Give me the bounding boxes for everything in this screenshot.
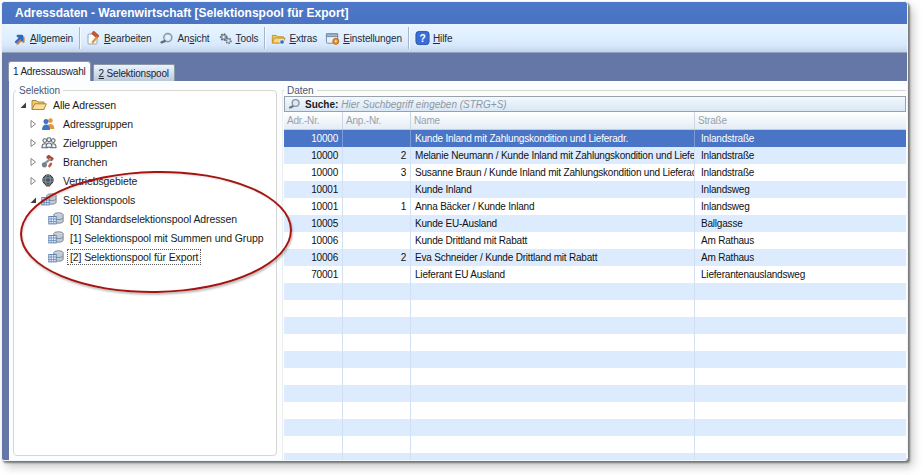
menu-item-ansicht[interactable]: Ansicht (155, 26, 213, 50)
empty-row (284, 385, 906, 402)
table-row[interactable]: 10000 Kunde Inland mit Zahlungskondition… (284, 130, 906, 147)
main-area: 1 Adressauswahl 2 Selektionspool Selekti… (2, 54, 907, 460)
column-header-1[interactable]: Anp.-Nr. (343, 112, 411, 129)
industry-icon (41, 155, 57, 169)
tab-strip: 1 Adressauswahl 2 Selektionspool (2, 54, 907, 81)
toolbar-separator (408, 27, 409, 49)
app-window: Adressdaten - Warenwirtschaft [Selektion… (1, 1, 908, 461)
empty-row (284, 334, 906, 351)
table-row[interactable]: 10006 Kunde Drittland mit Rabatt Am Rath… (284, 232, 906, 249)
magnifier-icon (159, 31, 174, 46)
search-bar[interactable]: Suche: Hier Suchbegriff eingeben (STRG+S… (284, 96, 906, 112)
table-row[interactable]: 10000 3 Susanne Braun / Kunde Inland mit… (284, 164, 906, 181)
title-bar: Adressdaten - Warenwirtschaft [Selektion… (2, 2, 907, 24)
gears-icon (218, 31, 233, 46)
menu-item-extras[interactable]: Extras (267, 26, 321, 50)
users-trio-icon (41, 136, 57, 150)
db-grid-icon (41, 193, 57, 207)
table-row[interactable]: 10000 2 Melanie Neumann / Kunde Inland m… (284, 147, 906, 164)
column-header-3[interactable]: Straße (695, 112, 906, 129)
empty-row (284, 300, 906, 317)
tree-item-zielgruppen[interactable]: Zielgruppen (14, 133, 276, 152)
empty-row (284, 283, 906, 300)
help-icon: ? (415, 31, 430, 46)
globe-icon (41, 174, 57, 188)
empty-row (284, 453, 906, 460)
daten-groupbox: Daten Suche: Hier Suchbegriff eingeben (… (282, 90, 906, 460)
tree-item-branchen[interactable]: Branchen (14, 152, 276, 171)
expander-expanded-icon[interactable] (18, 100, 28, 110)
tree-item-selektionspools[interactable]: Selektionspools (14, 190, 276, 209)
folder-extras-icon (271, 31, 286, 46)
table-row[interactable]: 10006 2 Eva Schneider / Kunde Drittland … (284, 249, 906, 266)
expander-collapsed-icon[interactable] (28, 119, 38, 129)
window-title: Adressdaten - Warenwirtschaft [Selektion… (15, 6, 349, 20)
menu-item-bearbeiten[interactable]: Bearbeiten (82, 26, 155, 50)
tree-item-adressgruppen[interactable]: Adressgruppen (14, 114, 276, 133)
grid-header: Adr.-Nr.Anp.-Nr.NameStraße (284, 112, 906, 130)
tab-2-selektionspool[interactable]: 2 Selektionspool (93, 64, 175, 81)
db-grid-icon (48, 231, 64, 245)
tree-item-2-selektionspool-für-export[interactable]: [2] Selektionspool für Export (14, 247, 276, 266)
search-label: Suche: (305, 99, 338, 110)
empty-row (284, 368, 906, 385)
db-grid-icon (48, 212, 64, 226)
selektion-groupbox: Selektion Alle Adressen Adressgruppen Zi… (13, 90, 277, 456)
expander-expanded-icon[interactable] (28, 195, 38, 205)
empty-row (284, 402, 906, 419)
tree-item-0-standardselektionspool-adressen[interactable]: [0] Standardselektionspool Adressen (14, 209, 276, 228)
tab-1-adressauswahl[interactable]: 1 Adressauswahl (8, 61, 91, 81)
empty-row (284, 317, 906, 334)
folder-open-icon (31, 98, 47, 112)
table-row[interactable]: 10005 Kunde EU-Ausland Ballgasse (284, 215, 906, 232)
toolbar-separator (264, 27, 265, 49)
column-header-2[interactable]: Name (411, 112, 695, 129)
menu-item-tools[interactable]: Tools (214, 26, 263, 50)
menu-item-hilfe[interactable]: ? Hilfe (411, 26, 457, 50)
menu-item-allgemein[interactable]: Allgemein (8, 26, 77, 50)
svg-text:?: ? (419, 33, 425, 44)
expander-collapsed-icon[interactable] (28, 138, 38, 148)
expander-collapsed-icon[interactable] (28, 176, 38, 186)
users-duo-icon (41, 117, 57, 131)
table-row[interactable]: 10001 Kunde Inland Inlandsweg (284, 181, 906, 198)
search-icon (288, 98, 301, 110)
empty-row (284, 419, 906, 436)
table-row[interactable]: 70001 Lieferant EU Ausland Lieferantenau… (284, 266, 906, 283)
menu-toolbar: Allgemein Bearbeiten Ansicht Tools Extra… (2, 24, 907, 53)
search-placeholder: Hier Suchbegriff eingeben (STRG+S) (341, 99, 506, 110)
tree-item-alle-adressen[interactable]: Alle Adressen (14, 95, 276, 114)
hammer-icon (86, 31, 101, 46)
menu-item-einstellungen[interactable]: Einstellungen (321, 26, 406, 50)
address-grid: Adr.-Nr.Anp.-Nr.NameStraße 10000 Kunde I… (284, 112, 906, 460)
db-grid-icon (48, 250, 64, 264)
empty-row (284, 436, 906, 453)
selection-tree: Alle Adressen Adressgruppen Zielgruppen … (14, 95, 276, 266)
grid-body: 10000 Kunde Inland mit Zahlungskondition… (284, 130, 906, 460)
column-header-0[interactable]: Adr.-Nr. (284, 112, 343, 129)
expander-collapsed-icon[interactable] (28, 157, 38, 167)
tree-item-vertriebsgebiete[interactable]: Vertriebsgebiete (14, 171, 276, 190)
arrow-ne-icon (12, 31, 27, 46)
settings-icon (325, 31, 340, 46)
empty-row (284, 351, 906, 368)
toolbar-separator (79, 27, 80, 49)
table-row[interactable]: 10001 1 Anna Bäcker / Kunde Inland Inlan… (284, 198, 906, 215)
tab-content-panel: Selektion Alle Adressen Adressgruppen Zi… (9, 81, 907, 460)
tree-item-1-selektionspool-mit-summen-und-grupp[interactable]: [1] Selektionspool mit Summen und Grupp (14, 228, 276, 247)
